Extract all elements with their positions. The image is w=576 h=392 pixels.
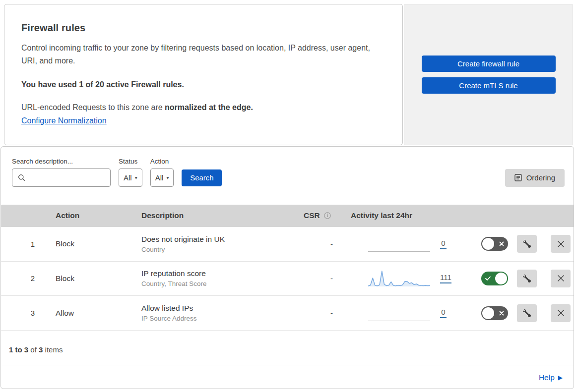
status-label: Status [119, 158, 142, 165]
table-row: 1 Block Does not originate in UK Country… [1, 227, 574, 262]
action-column-header: Action [46, 211, 132, 220]
items-of-text: of [30, 345, 37, 354]
activity-count-link[interactable]: 0 [440, 239, 447, 249]
delete-rule-button[interactable] [551, 304, 571, 322]
rule-activity-cell: 0 [346, 234, 465, 253]
search-field: Search description... [12, 158, 111, 187]
action-field: Action All ▾ [150, 158, 174, 187]
rule-priority: 3 [1, 309, 46, 317]
normalization-note: URL-encoded Requests to this zone are no… [21, 103, 375, 112]
normalization-bold-text: normalized at the edge. [165, 103, 253, 112]
sparkline-line [368, 271, 430, 286]
search-label: Search description... [12, 158, 111, 165]
search-button[interactable]: Search [182, 169, 222, 186]
rule-action: Block [46, 239, 132, 248]
ordering-button-label: Ordering [526, 173, 555, 182]
close-icon [557, 240, 565, 248]
rule-action: Allow [46, 309, 132, 318]
rule-csr-value: - [291, 274, 346, 282]
rule-activity-cell: 111 [346, 269, 465, 288]
action-select[interactable]: All ▾ [150, 168, 174, 187]
create-firewall-rule-button[interactable]: Create firewall rule [422, 56, 556, 72]
toggle-knob [482, 238, 494, 250]
toggle-off-x-icon [499, 311, 504, 316]
delete-rule-button[interactable] [551, 235, 571, 253]
rule-enabled-toggle[interactable] [481, 306, 508, 320]
close-icon [557, 309, 565, 317]
ordering-button[interactable]: Ordering [505, 169, 565, 187]
items-range: 1 to 3 [9, 345, 28, 354]
rule-priority: 2 [1, 274, 46, 282]
search-box [12, 168, 111, 187]
intro-card: Firewall rules Control incoming traffic … [4, 4, 403, 145]
rule-fields: IP Source Address [141, 315, 291, 322]
activity-sparkline-chart [368, 269, 430, 288]
usage-summary: You have used 1 of 20 active Firewall ru… [21, 80, 375, 89]
rule-description: Does not originate in UK [141, 235, 291, 244]
configure-normalization-link[interactable]: Configure Normalization [21, 116, 107, 125]
rule-activity-cell: 0 [346, 304, 465, 323]
status-select-value: All [124, 173, 132, 182]
triangle-right-icon: ▶ [558, 374, 563, 381]
rule-fields: Country, Threat Score [141, 280, 291, 287]
create-mtls-rule-button[interactable]: Create mTLS rule [422, 77, 556, 94]
wrench-icon [523, 309, 531, 317]
items-count: 1 to 3 of 3 items [1, 331, 574, 366]
rule-controls [465, 304, 574, 322]
delete-rule-button[interactable] [551, 270, 571, 287]
rule-action: Block [46, 274, 132, 283]
rules-card: Search description... Status All ▾ Actio… [0, 146, 574, 389]
activity-count-link[interactable]: 111 [440, 273, 451, 283]
chevron-down-icon: ▾ [135, 175, 137, 180]
table-row: 2 Block IP reputation score Country, Thr… [1, 262, 574, 296]
items-total: 3 [39, 345, 43, 354]
status-field: Status All ▾ [119, 158, 142, 187]
rule-description-cell: Allow listed IPs IP Source Address [132, 304, 291, 322]
toggle-off-x-icon [499, 241, 504, 246]
table-row: 3 Allow Allow listed IPs IP Source Addre… [1, 296, 574, 331]
csr-column-label: CSR [304, 211, 320, 220]
ordering-icon [514, 174, 522, 181]
status-select[interactable]: All ▾ [119, 168, 142, 187]
actions-panel: Create firewall rule Create mTLS rule [404, 4, 573, 145]
rule-description-cell: IP reputation score Country, Threat Scor… [132, 269, 291, 287]
rule-enabled-toggle[interactable] [481, 237, 508, 251]
activity-column-header: Activity last 24hr [346, 211, 465, 220]
wrench-icon [523, 275, 531, 282]
edit-rule-button[interactable] [517, 304, 537, 322]
page-description: Control incoming traffic to your zone by… [21, 42, 371, 67]
action-select-value: All [155, 173, 164, 182]
search-icon [18, 174, 25, 181]
rule-controls [465, 270, 574, 287]
rule-csr-value: - [291, 309, 346, 317]
toggle-on-check-icon [485, 276, 491, 280]
rule-enabled-toggle[interactable] [481, 272, 508, 285]
edit-rule-button[interactable] [517, 270, 537, 287]
info-icon[interactable] [323, 212, 331, 220]
help-link-label: Help [539, 373, 555, 382]
normalization-text: URL-encoded Requests to this zone are [21, 103, 165, 112]
search-input[interactable] [12, 168, 111, 187]
help-link[interactable]: Help ▶ [539, 373, 563, 382]
chevron-down-icon: ▾ [166, 175, 169, 180]
action-label: Action [150, 158, 174, 165]
items-label: items [45, 345, 63, 354]
activity-sparkline-flat [368, 304, 430, 323]
toggle-knob [495, 273, 507, 284]
activity-sparkline-flat [368, 234, 430, 253]
rule-fields: Country [141, 246, 291, 253]
help-row: Help ▶ [1, 366, 574, 389]
filter-bar: Search description... Status All ▾ Actio… [1, 147, 574, 205]
edit-rule-button[interactable] [517, 235, 537, 253]
table-header: Action Description CSR Activity last 24h… [1, 205, 574, 227]
rule-description: Allow listed IPs [141, 304, 291, 313]
csr-column-header: CSR [291, 211, 346, 220]
sparkline-fill [368, 271, 430, 286]
page-title: Firewall rules [21, 22, 375, 34]
rule-csr-value: - [291, 240, 346, 248]
rule-controls [465, 235, 574, 253]
activity-count-link[interactable]: 0 [440, 308, 447, 318]
close-icon [557, 275, 565, 282]
rule-description-cell: Does not originate in UK Country [132, 235, 291, 253]
toggle-knob [482, 307, 494, 319]
